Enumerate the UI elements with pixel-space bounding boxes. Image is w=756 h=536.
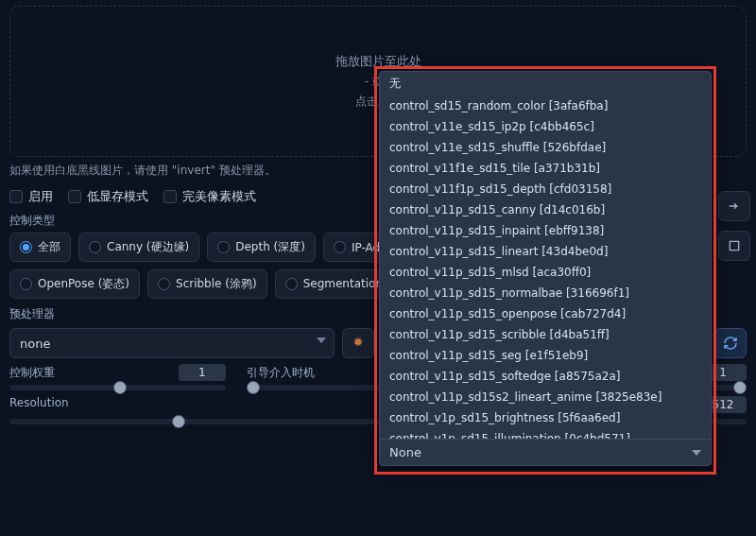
- chevron-down-icon: [692, 450, 701, 456]
- control-type-option[interactable]: OpenPose (姿态): [9, 269, 140, 299]
- start-label: 引导介入时机: [247, 365, 315, 381]
- enable-label: 启用: [28, 188, 53, 205]
- model-option[interactable]: 无: [380, 72, 711, 95]
- side-action-button-1[interactable]: [718, 191, 750, 221]
- model-option[interactable]: control_v1p_sd15_brightness [5f6aa6ed]: [380, 407, 711, 428]
- dropzone-text-1: 拖放图片至此处: [335, 53, 421, 70]
- control-type-option[interactable]: Scribble (涂鸦): [147, 269, 267, 299]
- weight-slider[interactable]: [9, 385, 226, 390]
- model-option[interactable]: control_v11p_sd15_mlsd [aca30ff0]: [380, 262, 711, 283]
- resolution-label: Resolution: [9, 396, 69, 413]
- model-option[interactable]: control_v11p_sd15_openpose [cab727d4]: [380, 303, 711, 324]
- preprocessor-select[interactable]: none: [9, 328, 335, 358]
- model-option[interactable]: control_v11e_sd15_shuffle [526bfdae]: [380, 137, 711, 158]
- preprocessor-value: none: [20, 337, 50, 351]
- model-option[interactable]: control_sd15_random_color [3afa6fba]: [380, 95, 711, 116]
- chevron-down-icon: [317, 337, 326, 343]
- model-option[interactable]: control_v11p_sd15s2_lineart_anime [3825e…: [380, 387, 711, 407]
- pixelperfect-checkbox[interactable]: 完美像素模式: [163, 188, 256, 205]
- model-dropdown-popup: 无control_sd15_random_color [3afa6fba]con…: [379, 71, 712, 466]
- model-option[interactable]: control_v11f1e_sd15_tile [a371b31b]: [380, 158, 711, 179]
- weight-label: 控制权重: [9, 365, 55, 381]
- model-option[interactable]: control_v11p_sd15_softedge [a8575a2a]: [380, 366, 711, 387]
- control-type-option[interactable]: Depth (深度): [207, 233, 316, 262]
- pixelperfect-label: 完美像素模式: [182, 188, 256, 205]
- control-type-option[interactable]: 全部: [9, 233, 71, 262]
- weight-value[interactable]: 1: [179, 364, 226, 381]
- explode-button[interactable]: [342, 328, 374, 358]
- enable-checkbox[interactable]: 启用: [9, 188, 53, 205]
- refresh-button[interactable]: [714, 328, 747, 358]
- model-option[interactable]: control_v11p_sd15_normalbae [316696f1]: [380, 283, 711, 303]
- model-option[interactable]: control_v11p_sd15_lineart [43d4be0d]: [380, 241, 711, 262]
- model-search-input[interactable]: [389, 445, 692, 459]
- side-action-button-2[interactable]: [718, 231, 750, 261]
- model-option[interactable]: control_v11p_sd15_inpaint [ebff9138]: [380, 220, 711, 241]
- model-option[interactable]: control_v11f1p_sd15_depth [cfd03158]: [380, 179, 711, 199]
- lowvram-label: 低显存模式: [87, 188, 148, 205]
- model-option[interactable]: control_v1p_sd15_illumination [0c4bd571]: [380, 428, 711, 439]
- model-option[interactable]: control_v11p_sd15_canny [d14c016b]: [380, 199, 711, 220]
- control-type-option[interactable]: Canny (硬边缘): [78, 233, 199, 262]
- model-option[interactable]: control_v11e_sd15_ip2p [c4bb465c]: [380, 116, 711, 137]
- model-search-row: [380, 439, 711, 465]
- model-option[interactable]: control_v11p_sd15_scribble [d4ba51ff]: [380, 324, 711, 345]
- model-option[interactable]: control_v11p_sd15_seg [e1f51eb9]: [380, 345, 711, 366]
- lowvram-checkbox[interactable]: 低显存模式: [68, 188, 148, 205]
